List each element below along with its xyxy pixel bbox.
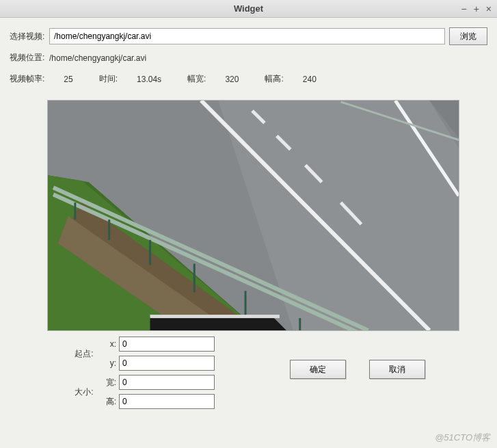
window-titlebar: Widget − + × [0,0,497,18]
time-label: 时间: [99,73,118,85]
cancel-button[interactable]: 取消 [369,360,425,379]
roi-w-input[interactable] [119,375,215,390]
roi-h-label: 高: [104,396,119,408]
roi-origin-label: 起点: [64,348,104,360]
video-location-label: 视频位置: [10,52,49,64]
video-location-value: /home/chengyangkj/car.avi [49,53,146,63]
video-path-input[interactable] [49,28,445,44]
video-info-row: 视频帧率: 25 时间: 13.04s 幅宽: 320 幅高: 240 [10,73,487,85]
video-preview [47,100,459,331]
close-icon[interactable]: × [486,4,492,14]
height-value: 240 [303,75,317,84]
roi-x-label: x: [104,339,119,349]
select-video-row: 选择视频: 浏览 [10,27,487,45]
fps-label: 视频帧率: [10,73,44,85]
ok-button[interactable]: 确定 [290,360,346,379]
watermark-text: @51CTO博客 [435,432,490,444]
minimize-icon[interactable]: − [461,4,466,14]
svg-rect-25 [150,315,280,318]
content-area: 选择视频: 浏览 视频位置: /home/chengyangkj/car.avi… [0,18,497,448]
roi-y-input[interactable] [119,356,215,371]
roi-h-input[interactable] [119,394,215,409]
roi-size-label: 大小: [64,386,104,398]
height-label: 幅高: [265,73,283,85]
window-controls: − + × [461,0,492,18]
width-value: 320 [225,75,239,84]
video-preview-image [48,101,459,330]
roi-section: 起点: x: y: 大小: 宽: 高: 确定 取消 [10,337,487,409]
time-value: 13.04s [137,75,161,84]
maximize-icon[interactable]: + [474,4,479,14]
roi-x-input[interactable] [119,337,215,352]
fps-value: 25 [64,75,72,84]
roi-y-label: y: [104,358,119,368]
width-label: 幅宽: [187,73,206,85]
window-title: Widget [234,3,263,14]
roi-w-label: 宽: [104,377,119,388]
video-location-row: 视频位置: /home/chengyangkj/car.avi [10,52,487,64]
svg-marker-24 [150,317,286,330]
select-video-label: 选择视频: [10,31,49,42]
browse-button[interactable]: 浏览 [449,27,487,45]
